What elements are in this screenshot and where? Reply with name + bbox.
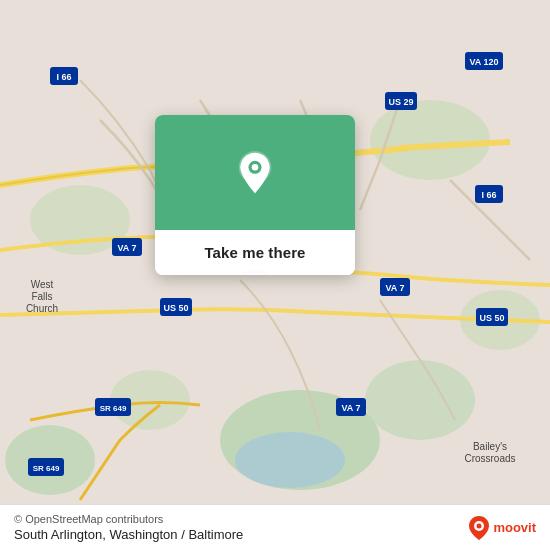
svg-text:VA 120: VA 120 xyxy=(469,57,498,67)
location-pin-icon xyxy=(233,151,277,195)
map-background: I 66 VA 120 VA 7 I 66 US 29 I 66 US 50 V… xyxy=(0,0,550,550)
svg-text:Church: Church xyxy=(26,303,58,314)
svg-text:Bailey's: Bailey's xyxy=(473,441,507,452)
svg-text:West: West xyxy=(31,279,54,290)
svg-text:I 66: I 66 xyxy=(481,190,496,200)
svg-point-4 xyxy=(365,360,475,440)
svg-point-8 xyxy=(235,432,345,488)
popup-map-header xyxy=(155,115,355,230)
moovit-label: moovit xyxy=(493,520,536,535)
moovit-pin-icon xyxy=(468,515,490,541)
svg-text:Crossroads: Crossroads xyxy=(464,453,515,464)
bottom-bar: © OpenStreetMap contributors South Arlin… xyxy=(0,504,550,550)
take-me-there-button[interactable]: Take me there xyxy=(155,230,355,275)
svg-text:I 66: I 66 xyxy=(56,72,71,82)
svg-text:VA 7: VA 7 xyxy=(117,243,136,253)
location-text: South Arlington, Washington / Baltimore xyxy=(14,527,243,542)
svg-text:Falls: Falls xyxy=(31,291,52,302)
map-container: I 66 VA 120 VA 7 I 66 US 29 I 66 US 50 V… xyxy=(0,0,550,550)
svg-text:US 50: US 50 xyxy=(163,303,188,313)
svg-point-1 xyxy=(370,100,490,180)
copyright-text: © OpenStreetMap contributors xyxy=(14,513,243,525)
svg-text:SR 649: SR 649 xyxy=(33,464,60,473)
svg-point-43 xyxy=(477,523,482,528)
svg-text:US 50: US 50 xyxy=(479,313,504,323)
svg-text:VA 7: VA 7 xyxy=(385,283,404,293)
popup-tail xyxy=(245,273,265,275)
svg-text:SR 649: SR 649 xyxy=(100,404,127,413)
popup-card: Take me there xyxy=(155,115,355,275)
svg-text:US 29: US 29 xyxy=(388,97,413,107)
svg-text:VA 7: VA 7 xyxy=(341,403,360,413)
moovit-logo: moovit xyxy=(468,515,536,541)
svg-point-41 xyxy=(252,164,259,171)
